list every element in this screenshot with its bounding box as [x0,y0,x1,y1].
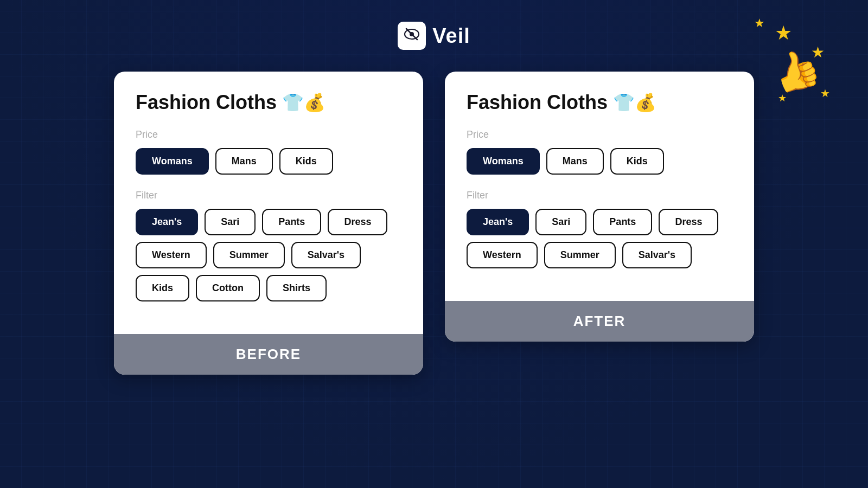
star-1: ★ [775,22,792,44]
before-card: Fashion Cloths 👕💰 Price Womans Mans Kids… [114,72,423,375]
before-filter-btn-salvars[interactable]: Salvar's [291,242,361,268]
before-filter-btn-dress[interactable]: Dress [328,209,387,235]
after-filter-btn-summer[interactable]: Summer [544,242,616,268]
before-filter-btn-jeans[interactable]: Jean's [136,209,198,235]
after-price-label: Price [467,129,732,140]
before-price-label: Price [136,129,401,140]
veil-logo-icon [404,26,420,46]
before-title-emoji: 👕💰 [282,92,326,113]
before-filter-btn-summer[interactable]: Summer [213,242,285,268]
after-title-text: Fashion Cloths [467,91,608,114]
before-price-btn-womans[interactable]: Womans [136,148,209,175]
before-filter-btn-shirts[interactable]: Shirts [266,275,327,301]
after-card-title: Fashion Cloths 👕💰 [467,91,732,114]
after-card-body: Fashion Cloths 👕💰 Price Womans Mans Kids… [445,72,754,301]
after-card-footer: AFTER [445,301,754,342]
before-filter-btn-pants[interactable]: Pants [262,209,321,235]
before-filter-btn-western[interactable]: Western [136,242,207,268]
after-filter-btn-pants[interactable]: Pants [593,209,652,235]
after-filter-btn-dress[interactable]: Dress [659,209,718,235]
after-price-btn-kids[interactable]: Kids [610,148,664,175]
before-price-buttons: Womans Mans Kids [136,148,401,175]
after-filter-btn-jeans[interactable]: Jean's [467,209,529,235]
after-price-buttons: Womans Mans Kids [467,148,732,175]
before-filter-btn-kids[interactable]: Kids [136,275,189,301]
before-filter-btn-cotton[interactable]: Cotton [196,275,260,301]
after-price-btn-womans[interactable]: Womans [467,148,540,175]
before-filter-btn-sari[interactable]: Sari [205,209,256,235]
after-filter-buttons: Jean's Sari Pants Dress Western Summer S… [467,209,732,268]
before-price-btn-kids[interactable]: Kids [279,148,333,175]
after-filter-btn-salvars[interactable]: Salvar's [622,242,692,268]
before-footer-label: BEFORE [236,346,301,362]
before-card-body: Fashion Cloths 👕💰 Price Womans Mans Kids… [114,72,423,334]
after-filter-label: Filter [467,190,732,201]
after-card: Fashion Cloths 👕💰 Price Womans Mans Kids… [445,72,754,342]
before-card-footer: BEFORE [114,334,423,375]
main-content: Fashion Cloths 👕💰 Price Womans Mans Kids… [0,72,868,375]
logo-box [398,22,426,50]
header: Veil [398,22,470,50]
star-2: ★ [811,43,825,61]
before-card-title: Fashion Cloths 👕💰 [136,91,401,114]
after-price-btn-mans[interactable]: Mans [546,148,604,175]
before-filter-buttons: Jean's Sari Pants Dress Western Summer S… [136,209,401,301]
after-title-emoji: 👕💰 [613,92,656,113]
brand-name: Veil [432,24,470,48]
after-footer-label: AFTER [573,313,626,329]
after-filter-btn-sari[interactable]: Sari [535,209,586,235]
before-filter-label: Filter [136,190,401,201]
after-filter-btn-western[interactable]: Western [467,242,538,268]
before-price-btn-mans[interactable]: Mans [215,148,273,175]
before-title-text: Fashion Cloths [136,91,277,114]
star-5: ★ [754,16,765,30]
